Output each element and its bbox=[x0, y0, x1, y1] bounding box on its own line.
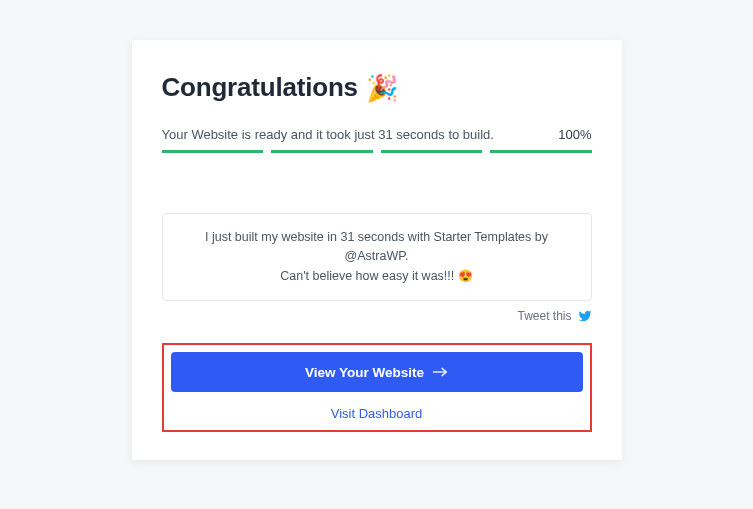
tweet-this-link[interactable]: Tweet this bbox=[517, 309, 571, 323]
status-text: Your Website is ready and it took just 3… bbox=[162, 127, 494, 142]
view-website-label: View Your Website bbox=[305, 365, 424, 380]
progress-segment bbox=[162, 150, 264, 153]
party-popper-icon: 🎉 bbox=[366, 75, 398, 101]
heart-eyes-icon: 😍 bbox=[458, 269, 473, 283]
progress-percent: 100% bbox=[558, 127, 591, 142]
arrow-right-icon bbox=[432, 366, 448, 378]
page-title: Congratulations bbox=[162, 72, 358, 103]
view-website-button[interactable]: View Your Website bbox=[171, 352, 583, 392]
title-row: Congratulations 🎉 bbox=[162, 72, 592, 103]
tweet-text-line2: Can't believe how easy it was!!! bbox=[280, 269, 457, 283]
status-row: Your Website is ready and it took just 3… bbox=[162, 127, 592, 142]
progress-segment bbox=[490, 150, 592, 153]
congrats-card: Congratulations 🎉 Your Website is ready … bbox=[132, 40, 622, 460]
visit-dashboard-link[interactable]: Visit Dashboard bbox=[171, 402, 583, 423]
tweet-message-box: I just built my website in 31 seconds wi… bbox=[162, 213, 592, 301]
progress-segment bbox=[381, 150, 483, 153]
progress-bar bbox=[162, 150, 592, 153]
progress-segment bbox=[271, 150, 373, 153]
twitter-icon bbox=[578, 309, 592, 323]
actions-group: View Your Website Visit Dashboard bbox=[162, 343, 592, 432]
tweet-text-line1: I just built my website in 31 seconds wi… bbox=[205, 230, 548, 263]
tweet-link-row: Tweet this bbox=[162, 309, 592, 323]
